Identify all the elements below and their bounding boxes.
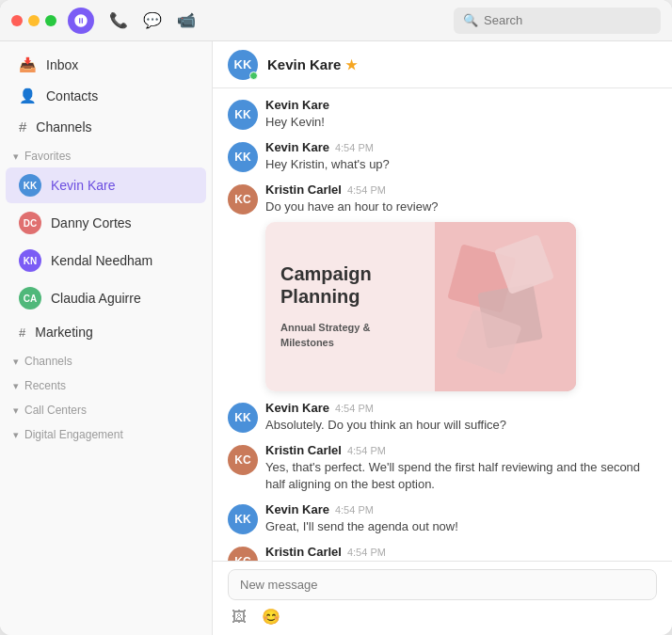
message-content: Kevin Kare 4:54 PM Absolutely. Do you th… bbox=[265, 401, 657, 434]
sidebar-item-contacts-label: Contacts bbox=[46, 88, 98, 103]
search-input[interactable] bbox=[484, 13, 651, 27]
campaign-card-subtitle: Annual Strategy & Milestones bbox=[280, 321, 420, 350]
chevron-digital-icon: ▾ bbox=[13, 429, 19, 441]
main-content: 📥 Inbox 👤 Contacts # Channels ▾ Favorite… bbox=[0, 41, 672, 635]
sidebar-item-claudia-aguirre-label: Claudia Aguirre bbox=[51, 291, 141, 306]
messages-area: KK Kevin Kare Hey Kevin! KK Kevin Kare bbox=[213, 88, 672, 561]
maximize-button[interactable] bbox=[45, 15, 56, 26]
attach-image-button[interactable]: 🖼 bbox=[230, 606, 248, 627]
close-button[interactable] bbox=[11, 15, 23, 26]
message-text: Hey Kristin, what's up? bbox=[265, 156, 657, 173]
message-text: Yes, that's perfect. We'll spend the fir… bbox=[265, 459, 657, 493]
chat-icon[interactable]: 💬 bbox=[143, 11, 162, 29]
message-item: KK Kevin Kare Hey Kevin! bbox=[228, 98, 657, 131]
chevron-recents-icon: ▾ bbox=[13, 380, 19, 392]
sidebar-item-kevin-kare[interactable]: KK Kevin Kare bbox=[6, 167, 206, 203]
message-item: KK Kevin Kare 4:54 PM Hey Kristin, what'… bbox=[228, 140, 657, 173]
channels-section-label: Channels bbox=[24, 355, 72, 368]
app-logo bbox=[68, 8, 94, 34]
minimize-button[interactable] bbox=[28, 15, 40, 26]
phone-icon[interactable]: 📞 bbox=[109, 11, 128, 29]
message-header: Kevin Kare 4:54 PM bbox=[265, 502, 657, 516]
emoji-button[interactable]: 😊 bbox=[260, 606, 282, 627]
message-sender: Kevin Kare bbox=[265, 140, 329, 154]
message-input[interactable] bbox=[228, 569, 657, 600]
chat-header: KK Kevin Kare ★ bbox=[213, 41, 672, 88]
message-header: Kevin Kare 4:54 PM bbox=[265, 140, 657, 154]
message-time: 4:54 PM bbox=[347, 184, 386, 196]
sidebar-item-contacts[interactable]: 👤 Contacts bbox=[6, 81, 206, 111]
sidebar-item-channels[interactable]: # Channels bbox=[6, 112, 206, 141]
recents-section-header[interactable]: ▾ Recents bbox=[0, 372, 212, 396]
message-sender: Kevin Kare bbox=[265, 401, 329, 415]
window-controls bbox=[11, 15, 56, 26]
app-window: 📞 💬 📹 🔍 📥 Inbox 👤 Contacts # bbox=[0, 0, 672, 635]
message-time: 4:54 PM bbox=[335, 142, 374, 153]
message-content: Kristin Carlel 4:54 PM Can you add a not… bbox=[265, 545, 657, 561]
sidebar-item-marketing[interactable]: # Marketing bbox=[6, 318, 206, 346]
sidebar-item-marketing-label: Marketing bbox=[35, 325, 92, 340]
sidebar-item-inbox-label: Inbox bbox=[46, 57, 78, 72]
avatar: KC bbox=[228, 445, 258, 475]
sidebar-item-danny-cortes[interactable]: DC Danny Cortes bbox=[6, 205, 206, 241]
message-header: Kevin Kare bbox=[265, 98, 657, 112]
channels-section-header[interactable]: ▾ Channels bbox=[0, 347, 212, 372]
message-item: KC Kristin Carlel 4:54 PM Yes, that's pe… bbox=[228, 443, 657, 493]
search-bar[interactable]: 🔍 bbox=[454, 8, 661, 34]
chevron-callcenters-icon: ▾ bbox=[13, 405, 19, 417]
message-content: Kristin Carlel 4:54 PM Do you have an ho… bbox=[265, 183, 657, 390]
message-time: 4:54 PM bbox=[347, 547, 386, 558]
message-text: Hey Kevin! bbox=[265, 114, 657, 131]
sidebar-item-claudia-aguirre[interactable]: CA Claudia Aguirre bbox=[6, 280, 206, 316]
chat-header-name: Kevin Kare ★ bbox=[267, 56, 358, 72]
sidebar-item-channels-label: Channels bbox=[36, 119, 91, 135]
digital-engagement-section-label: Digital Engagement bbox=[24, 428, 123, 441]
message-content: Kevin Kare 4:54 PM Hey Kristin, what's u… bbox=[265, 140, 657, 173]
avatar-kevin-kare: KK bbox=[19, 174, 41, 197]
call-centers-section-label: Call Centers bbox=[24, 404, 87, 417]
sidebar-item-inbox[interactable]: 📥 Inbox bbox=[6, 50, 206, 80]
message-content: Kristin Carlel 4:54 PM Yes, that's perfe… bbox=[265, 443, 657, 493]
message-text: Absolutely. Do you think an hour will su… bbox=[265, 417, 657, 434]
message-sender: Kevin Kare bbox=[265, 98, 329, 112]
favorite-star-icon[interactable]: ★ bbox=[345, 57, 358, 72]
sidebar: 📥 Inbox 👤 Contacts # Channels ▾ Favorite… bbox=[0, 41, 213, 635]
campaign-card-left: Campaign Planning Annual Strategy & Mile… bbox=[265, 222, 435, 391]
message-time: 4:54 PM bbox=[347, 445, 386, 456]
contact-name: Kevin Kare bbox=[267, 56, 341, 72]
message-header: Kevin Kare 4:54 PM bbox=[265, 401, 657, 415]
avatar: KC bbox=[228, 184, 258, 214]
avatar: KC bbox=[228, 547, 258, 561]
sidebar-item-danny-cortes-label: Danny Cortes bbox=[51, 215, 132, 230]
call-centers-section-header[interactable]: ▾ Call Centers bbox=[0, 396, 212, 421]
message-item: KK Kevin Kare 4:54 PM Absolutely. Do you… bbox=[228, 401, 657, 434]
message-sender: Kristin Carlel bbox=[265, 443, 342, 457]
message-sender: Kevin Kare bbox=[265, 502, 329, 516]
contacts-icon: 👤 bbox=[19, 87, 37, 104]
inbox-icon: 📥 bbox=[19, 56, 37, 73]
recents-section-label: Recents bbox=[24, 379, 66, 392]
title-bar-icons: 📞 💬 📹 bbox=[68, 8, 196, 34]
chevron-channels-icon: ▾ bbox=[13, 356, 19, 368]
message-content: Kevin Kare Hey Kevin! bbox=[265, 98, 657, 131]
favorites-section-header[interactable]: ▾ Favorites bbox=[0, 142, 212, 167]
marketing-hash-icon: # bbox=[19, 325, 25, 340]
digital-engagement-section-header[interactable]: ▾ Digital Engagement bbox=[0, 421, 212, 445]
hash-icon: # bbox=[19, 119, 26, 135]
message-item: KC Kristin Carlel 4:54 PM Can you add a … bbox=[228, 545, 657, 561]
chat-header-initials: KK bbox=[234, 57, 252, 71]
video-icon[interactable]: 📹 bbox=[177, 11, 196, 29]
message-item: KK Kevin Kare 4:54 PM Great, I'll send t… bbox=[228, 502, 657, 535]
message-input-area: 🖼 😊 bbox=[213, 561, 672, 635]
campaign-card[interactable]: Campaign Planning Annual Strategy & Mile… bbox=[265, 222, 576, 391]
search-icon: 🔍 bbox=[463, 13, 478, 27]
online-status-dot bbox=[249, 71, 258, 80]
sidebar-item-kendal-needham-label: Kendal Needham bbox=[51, 253, 152, 268]
message-header: Kristin Carlel 4:54 PM bbox=[265, 545, 657, 559]
campaign-card-title: Campaign Planning bbox=[280, 262, 420, 308]
chat-header-avatar: KK bbox=[228, 50, 258, 80]
sidebar-item-kendal-needham[interactable]: KN Kendal Needham bbox=[6, 243, 206, 278]
message-header: Kristin Carlel 4:54 PM bbox=[265, 443, 657, 457]
avatar: KK bbox=[228, 403, 258, 433]
message-header: Kristin Carlel 4:54 PM bbox=[265, 183, 657, 197]
